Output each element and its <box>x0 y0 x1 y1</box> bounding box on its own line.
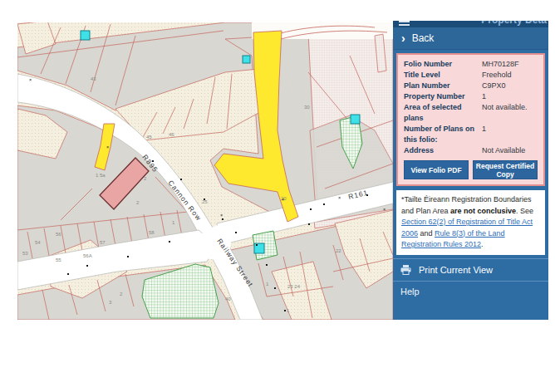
survey-dot <box>266 264 268 266</box>
print-label: Print Current View <box>419 265 493 275</box>
detail-label: Area of selected plans <box>404 102 482 124</box>
disclaimer-and: and <box>418 229 435 238</box>
detail-row: Plan NumberC9PX0 <box>404 81 538 91</box>
detail-value: Freehold <box>482 70 512 81</box>
survey-dot <box>127 256 129 257</box>
detail-label: Title Level <box>404 70 482 81</box>
map-marker[interactable] <box>351 115 360 124</box>
panel-title: Property Deta <box>481 21 547 26</box>
detail-rows: Folio NumberMH70128FTitle LevelFreeholdP… <box>404 59 538 156</box>
property-details-panel: Property Deta › Back Folio NumberMH70128… <box>393 21 548 320</box>
panel-filler <box>393 302 548 321</box>
chevron-right-icon: › <box>401 32 405 44</box>
map-viewport[interactable]: R895Cannon RowRailway StreetR161 4345463… <box>17 22 393 320</box>
map-marker[interactable] <box>254 243 264 253</box>
parcel-number: 22 <box>336 248 341 253</box>
detail-value: Not Available <box>482 145 525 156</box>
parcel-number: 57 <box>100 240 106 245</box>
detail-value: MH70128F <box>482 59 519 70</box>
detail-row: Property Number1 <box>404 91 538 102</box>
parcel-number: 23 24 <box>287 284 301 289</box>
help-label: Help <box>400 287 420 296</box>
detail-label: Property Number <box>404 91 482 102</box>
print-current-view-button[interactable]: Print Current View <box>393 258 548 282</box>
survey-x-mark: × <box>282 197 284 202</box>
app-window: R895Cannon RowRailway StreetR161 4345463… <box>0 0 555 392</box>
parcel-number: 1 5a <box>96 173 106 178</box>
detail-row: Title LevelFreehold <box>404 70 538 81</box>
detail-label: Address <box>404 145 482 156</box>
disclaimer-bold: are not conclusive <box>450 207 516 215</box>
detail-value: Not available. <box>482 102 528 124</box>
parcel-number: 56A <box>83 253 92 258</box>
survey-x-mark: × <box>106 145 109 149</box>
map-svg: R895Cannon RowRailway StreetR161 4345463… <box>17 22 393 320</box>
survey-dot <box>323 203 325 205</box>
survey-dot <box>310 208 312 210</box>
parcel-number: 55 <box>56 257 61 262</box>
parcel-number: 53 <box>22 251 28 256</box>
survey-dot <box>180 179 182 180</box>
back-label: Back <box>412 32 435 44</box>
disclaimer-mid: . See <box>516 207 533 215</box>
request-certified-copy-button[interactable]: Request Certified Copy <box>473 160 538 179</box>
parcel-number: 30 <box>304 105 310 110</box>
survey-dot <box>67 273 69 275</box>
printer-icon <box>400 265 411 275</box>
survey-dot <box>204 198 205 200</box>
detail-row: AddressNot Available <box>404 145 538 156</box>
survey-dot <box>169 241 170 243</box>
detail-value: 1 <box>482 124 486 145</box>
survey-x-mark: × <box>220 213 223 218</box>
detail-row: Area of selected plansNot available. <box>404 102 538 124</box>
folio-details-box: Folio NumberMH70128FTitle LevelFreeholdP… <box>396 53 545 186</box>
help-button[interactable]: Help <box>393 282 548 302</box>
survey-dot <box>284 310 286 311</box>
detail-label: Plan Number <box>404 81 482 91</box>
disclaimer-text: *Tailte Éireann Registration Boundaries … <box>401 194 540 251</box>
detail-value: 1 <box>482 91 486 102</box>
map-marker[interactable] <box>81 31 90 40</box>
parcel-number: 46 <box>169 132 174 137</box>
detail-label: Number of Plans on this folio: <box>404 124 482 145</box>
parcel-number: 45 <box>146 135 152 140</box>
survey-dot <box>222 218 223 220</box>
view-folio-pdf-button[interactable]: View Folio PDF <box>404 160 469 179</box>
survey-dot <box>235 232 237 233</box>
parcel-number: 40 <box>225 296 231 301</box>
detail-row: Folio NumberMH70128F <box>404 59 538 70</box>
parcel-number: 54 <box>35 240 41 245</box>
detail-row: Number of Plans on this folio:1 <box>404 124 538 145</box>
map-marker[interactable] <box>243 56 250 63</box>
detail-label: Folio Number <box>404 59 482 70</box>
survey-dot <box>274 287 276 289</box>
disclaimer-box: *Tailte Éireann Registration Boundaries … <box>396 190 545 255</box>
panel-header: Property Deta <box>393 21 548 27</box>
survey-dot <box>86 265 88 267</box>
disclaimer-suffix: . <box>481 240 484 248</box>
survey-x-mark: × <box>383 207 386 212</box>
parcel-number: 58 <box>149 230 155 235</box>
menu-icon[interactable] <box>399 21 410 26</box>
parcel-number: 43 <box>91 76 96 81</box>
parcel-number: 56 <box>56 232 61 237</box>
survey-dot <box>152 160 154 162</box>
back-button[interactable]: › Back <box>393 27 548 50</box>
survey-dot <box>256 244 258 246</box>
detail-value: C9PX0 <box>482 81 506 91</box>
survey-dot <box>366 194 368 196</box>
survey-x-mark: × <box>29 77 32 82</box>
folio-buttons: View Folio PDF Request Certified Copy <box>404 160 538 179</box>
survey-dot <box>308 223 310 225</box>
survey-x-mark: × <box>338 195 341 200</box>
